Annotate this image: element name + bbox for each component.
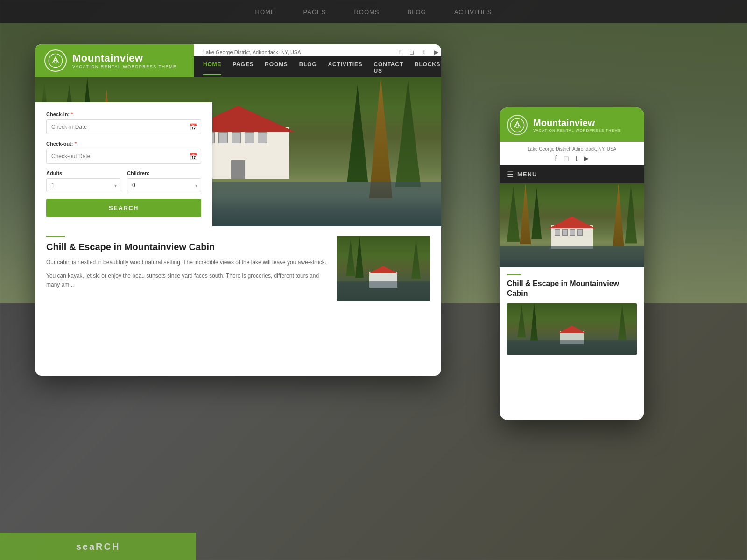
adults-select-wrap: 1 2 3 4 ▾ bbox=[46, 178, 120, 192]
adults-label: Adults: bbox=[46, 170, 120, 176]
children-label: Children: bbox=[127, 170, 201, 176]
mobile-tree-4 bbox=[625, 185, 637, 244]
nav-blog[interactable]: BLOG bbox=[299, 60, 317, 75]
window-5 bbox=[245, 132, 254, 143]
svg-point-2 bbox=[510, 118, 524, 132]
svg-point-3 bbox=[516, 125, 519, 128]
checkout-row: Check-out: * 📅 bbox=[46, 141, 201, 164]
content-left: Chill & Escape in Mountainview Cabin Our… bbox=[46, 236, 327, 301]
mobile-tree-3 bbox=[531, 188, 542, 239]
youtube-icon[interactable]: ▶ bbox=[432, 48, 440, 56]
checkout-input[interactable] bbox=[46, 149, 201, 164]
checkin-calendar-icon: 📅 bbox=[190, 123, 197, 131]
mobile-content-tree-2 bbox=[530, 303, 538, 341]
desktop-nav-area: Lake George District, Adirondack, NY, US… bbox=[194, 44, 441, 77]
nav-contact[interactable]: CONTACT US bbox=[374, 60, 403, 75]
mobile-logo-subtitle: VACATION RENTAL WORDPRESS THEME bbox=[533, 128, 621, 133]
bg-nav-activities: ACTIVITIES bbox=[454, 8, 492, 15]
mobile-facebook-icon[interactable]: f bbox=[555, 154, 557, 162]
tree-right-2 bbox=[369, 77, 393, 198]
content-tree-3 bbox=[411, 239, 421, 279]
checkin-input[interactable] bbox=[46, 119, 201, 134]
mobile-mockup: Mountainview VACATION RENTAL WORDPRESS T… bbox=[500, 107, 644, 420]
nav-home[interactable]: HOME bbox=[203, 60, 221, 75]
mobile-logo-text: Mountainview VACATION RENTAL WORDPRESS T… bbox=[533, 118, 621, 133]
mobile-header: Mountainview VACATION RENTAL WORDPRESS T… bbox=[500, 107, 644, 142]
mobile-divider bbox=[507, 274, 521, 275]
bg-nav-rooms: ROOMS bbox=[354, 8, 379, 15]
checkout-required: * bbox=[73, 141, 76, 147]
desktop-top-bar: Lake George District, Adirondack, NY, US… bbox=[203, 48, 440, 56]
mobile-building bbox=[551, 225, 593, 249]
desktop-nav: HOME PAGES ROOMS BLOG ACTIVITIES CONTACT… bbox=[194, 56, 441, 79]
menu-label: MENU bbox=[517, 171, 537, 178]
twitter-icon[interactable]: t bbox=[420, 48, 428, 56]
desktop-logo-area: Mountainview VACATION RENTAL WORDPRESS T… bbox=[35, 44, 194, 77]
search-button[interactable]: SEARCH bbox=[46, 199, 201, 217]
mobile-win-2 bbox=[562, 229, 568, 236]
content-water bbox=[337, 281, 430, 301]
content-tree-2 bbox=[355, 236, 364, 278]
nav-rooms[interactable]: ROOMS bbox=[265, 60, 288, 75]
checkin-label: Check-in: * bbox=[46, 112, 201, 117]
mobile-instagram-icon[interactable]: ◻ bbox=[564, 154, 569, 162]
content-title: Chill & Escape in Mountainview Cabin bbox=[46, 242, 327, 252]
window-4 bbox=[232, 132, 241, 143]
facebook-icon[interactable]: f bbox=[395, 48, 404, 56]
mobile-menu-bar[interactable]: ☰ MENU bbox=[500, 165, 644, 183]
mobile-content-roof bbox=[558, 326, 585, 333]
desktop-hero: Check-in: * 📅 Check-out: * 📅 Adults: bbox=[35, 77, 441, 226]
bg-nav-home: HOME bbox=[255, 8, 275, 15]
nav-activities[interactable]: ACTIVITIES bbox=[328, 60, 363, 75]
window-3 bbox=[218, 132, 228, 143]
desktop-mockup: Mountainview VACATION RENTAL WORDPRESS T… bbox=[35, 44, 441, 376]
desktop-logo-text: Mountainview VACATION RENTAL WORDPRESS T… bbox=[72, 52, 177, 69]
checkin-input-wrap: 📅 bbox=[46, 119, 201, 134]
mobile-twitter-icon[interactable]: t bbox=[576, 154, 578, 162]
background-search-bar: seaRCH bbox=[0, 533, 196, 560]
background-nav: HOME PAGES ROOMS BLOG ACTIVITIES bbox=[0, 0, 747, 23]
content-text-2: You can kayak, jet ski or enjoy the beau… bbox=[46, 272, 327, 289]
adults-select[interactable]: 1 2 3 4 bbox=[46, 178, 120, 192]
mobile-win-4 bbox=[577, 229, 583, 236]
mobile-tree-1 bbox=[507, 186, 520, 242]
checkout-label: Check-out: * bbox=[46, 141, 201, 147]
desktop-logo-title: Mountainview bbox=[72, 52, 177, 64]
instagram-icon[interactable]: ◻ bbox=[408, 48, 416, 56]
checkout-calendar-icon: 📅 bbox=[190, 153, 197, 160]
checkout-input-wrap: 📅 bbox=[46, 149, 201, 164]
mobile-building-roof bbox=[549, 216, 595, 228]
mobile-youtube-icon[interactable]: ▶ bbox=[584, 154, 589, 162]
nav-pages[interactable]: PAGES bbox=[233, 60, 254, 75]
desktop-logo-subtitle: VACATION RENTAL WORDPRESS THEME bbox=[72, 64, 177, 69]
background-search-text: seaRCH bbox=[76, 541, 120, 552]
checkin-row: Check-in: * 📅 bbox=[46, 112, 201, 134]
nav-blocks[interactable]: BLOCKS bbox=[415, 60, 440, 75]
mobile-win-3 bbox=[570, 229, 575, 236]
desktop-social-icons: f ◻ t ▶ bbox=[395, 48, 440, 56]
mobile-content-tree-3 bbox=[618, 305, 627, 340]
children-select[interactable]: 0 1 2 3 bbox=[127, 178, 201, 192]
mobile-water bbox=[500, 246, 644, 267]
mobile-content-tree-1 bbox=[517, 305, 526, 337]
mobile-location: Lake George District, Adirondack, NY, US… bbox=[507, 147, 637, 152]
svg-point-1 bbox=[54, 60, 57, 63]
mobile-win-1 bbox=[555, 229, 560, 236]
booking-form: Check-in: * 📅 Check-out: * 📅 Adults: bbox=[35, 102, 212, 226]
mobile-tree-5 bbox=[613, 183, 624, 246]
mobile-hero bbox=[500, 183, 644, 267]
mobile-content-title: Chill & Escape in Mountainview Cabin bbox=[507, 279, 637, 299]
mobile-logo-icon bbox=[507, 115, 528, 135]
building-door bbox=[231, 160, 245, 179]
window-6 bbox=[258, 132, 267, 143]
bg-nav-pages: PAGES bbox=[303, 8, 326, 15]
bg-nav-blog: BLOG bbox=[408, 8, 426, 15]
mobile-social-icons: f ◻ t ▶ bbox=[507, 154, 637, 162]
checkin-required: * bbox=[70, 112, 73, 117]
mobile-info-bar: Lake George District, Adirondack, NY, US… bbox=[500, 142, 644, 165]
mobile-tree-2 bbox=[520, 183, 531, 244]
desktop-location: Lake George District, Adirondack, NY, US… bbox=[203, 49, 301, 55]
tree-right-3 bbox=[347, 84, 368, 182]
hamburger-icon: ☰ bbox=[507, 170, 514, 179]
children-col: Children: 0 1 2 3 ▾ bbox=[127, 170, 201, 192]
